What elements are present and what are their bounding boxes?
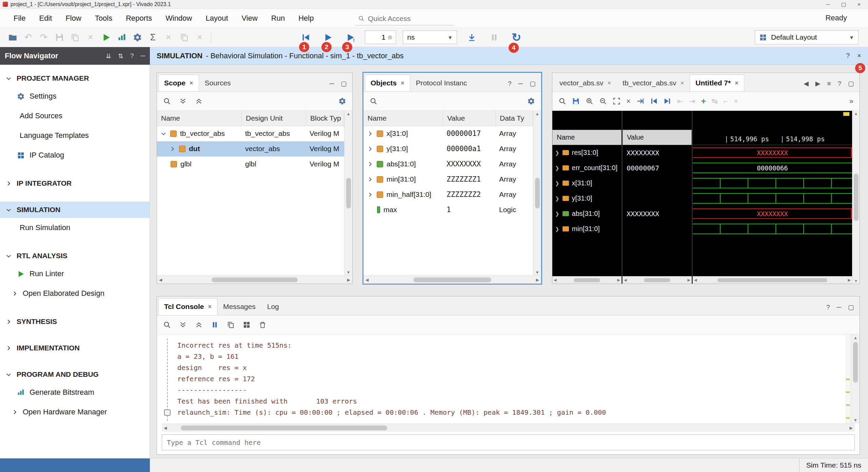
highlight-button[interactable]	[176, 29, 192, 45]
chevron-right-icon[interactable]	[367, 130, 373, 137]
chevron-right-icon[interactable]	[367, 161, 373, 167]
sidebar-item-ip-catalog[interactable]: IP Catalog	[0, 145, 150, 165]
chevron-right-icon[interactable]	[169, 146, 176, 152]
column-header-value[interactable]: Value	[443, 111, 496, 126]
time-unit-select[interactable]: ns ▼	[403, 30, 457, 44]
minimize-icon[interactable]: ─	[837, 304, 841, 311]
minimize-icon[interactable]: ─	[518, 80, 523, 87]
sidebar-item-settings[interactable]: Settings	[0, 86, 150, 106]
overflow-menu-icon[interactable]: »	[849, 97, 853, 106]
next-transition-icon[interactable]: ⇥	[689, 97, 695, 106]
tcl-command-field[interactable]	[162, 434, 855, 450]
menu-window[interactable]: Window	[159, 11, 198, 25]
go-to-end-icon[interactable]	[664, 97, 671, 105]
tab-scroll-right-icon[interactable]: ▶	[815, 80, 821, 87]
clear-console-icon[interactable]	[259, 321, 267, 329]
console-horizontal-scrollbar[interactable]: ◀▶	[162, 424, 855, 432]
wave-trace-min[interactable]	[693, 221, 852, 237]
collapse-all-icon[interactable]	[179, 97, 187, 105]
chevron-right-icon[interactable]	[367, 146, 373, 152]
zoom-fit-icon[interactable]	[613, 97, 620, 105]
pause-sim-button[interactable]	[486, 29, 502, 45]
wave-trace-res[interactable]: XXXXXXXX	[693, 145, 852, 160]
sim-time-field[interactable]: ⊗	[365, 30, 396, 44]
wave-trace-abs[interactable]: XXXXXXXX	[693, 206, 852, 221]
window-maximize-button[interactable]: ▢	[841, 1, 846, 7]
chevron-right-icon[interactable]	[367, 191, 373, 198]
close-sim-icon[interactable]: ×	[857, 52, 861, 60]
collapse-all-icon[interactable]: ⇊	[106, 52, 111, 60]
sidebar-item-add-sources[interactable]: Add Sources	[0, 106, 150, 126]
horizontal-scrollbar[interactable]: ◀▶	[157, 275, 352, 284]
horizontal-scrollbar[interactable]: ◀▶	[363, 275, 541, 284]
wave-signal-x[interactable]: ❯x[31:0]	[552, 176, 622, 191]
close-icon[interactable]: ×	[208, 303, 212, 310]
tcl-command-input[interactable]	[167, 438, 850, 447]
maximize-icon[interactable]: ▢	[530, 80, 536, 87]
close-icon[interactable]: ×	[608, 80, 611, 87]
go-to-start-icon[interactable]	[650, 97, 658, 105]
sim-time-input[interactable]	[368, 33, 386, 41]
tab-tb-vector-abs-sv[interactable]: tb_vector_abs.sv ×	[617, 75, 690, 91]
scope-row-dut[interactable]: dut vector_abs Verilog M	[157, 141, 344, 157]
chevron-right-icon[interactable]	[367, 176, 373, 183]
menu-reports[interactable]: Reports	[120, 11, 158, 25]
value-column-scrollbar[interactable]: ◀▶	[623, 276, 692, 284]
close-icon[interactable]: ×	[735, 80, 738, 87]
help-icon[interactable]: ?	[508, 80, 512, 87]
sidebar-item-open-hardware-manager[interactable]: Open Hardware Manager	[0, 402, 150, 422]
wave-signal-y[interactable]: ❯y[31:0]	[552, 191, 622, 206]
help-icon[interactable]: ?	[826, 304, 830, 311]
wave-value-header[interactable]: Value	[623, 130, 692, 145]
sidebar-item-language-templates[interactable]: Language Templates	[0, 126, 150, 145]
delete-button[interactable]: ×	[83, 29, 98, 45]
menu-file[interactable]: File	[7, 11, 32, 25]
maximize-icon[interactable]: ▢	[848, 80, 854, 87]
maximize-icon[interactable]: ▢	[341, 80, 347, 87]
close-icon[interactable]: ×	[401, 80, 405, 87]
wave-trace-x[interactable]	[693, 176, 852, 191]
chevron-down-icon[interactable]	[160, 130, 167, 137]
expand-all-icon[interactable]	[195, 97, 203, 105]
tab-tcl-console[interactable]: Tcl Console ×	[158, 298, 217, 315]
object-row-abs[interactable]: abs[31:0] XXXXXXXX Array	[363, 157, 533, 172]
quick-access-search[interactable]	[355, 12, 454, 25]
sidebar-item-generate-bitstream[interactable]: Generate Bitstream	[0, 383, 150, 402]
section-project-manager[interactable]: PROJECT MANAGER	[0, 70, 150, 86]
run-button[interactable]	[98, 29, 114, 45]
unmark-button[interactable]: ×	[192, 29, 208, 45]
wave-signal-err-count[interactable]: ❯err_count[31:0]	[552, 160, 622, 176]
tab-vector-abs-sv[interactable]: vector_abs.sv ×	[554, 75, 617, 91]
undo-button[interactable]: ↶	[20, 29, 36, 45]
copy-icon[interactable]	[227, 321, 235, 329]
wave-vertical-scrollbar[interactable]: ▲▼	[852, 111, 860, 284]
go-to-time-icon[interactable]	[636, 97, 644, 105]
column-header-data-type[interactable]: Data Ty	[496, 111, 533, 126]
save-icon[interactable]	[572, 97, 580, 105]
object-row-min[interactable]: min[31:0] ZZZZZZZ1 Array	[363, 172, 533, 187]
flow-steps-button[interactable]	[114, 29, 130, 45]
search-icon[interactable]	[370, 97, 377, 105]
layout-selector[interactable]: Default Layout ▼	[755, 30, 859, 44]
tab-scroll-left-icon[interactable]: ◀	[804, 80, 809, 87]
report-icon[interactable]	[243, 321, 251, 329]
gear-icon[interactable]	[527, 97, 535, 105]
tcl-console-output[interactable]: Incorrect res at time 515ns: a = 23, b =…	[157, 334, 845, 424]
sidebar-item-run-simulation[interactable]: Run Simulation	[0, 218, 150, 238]
section-synthesis[interactable]: SYNTHESIS	[0, 313, 150, 330]
settings-button[interactable]	[130, 29, 145, 45]
tab-protocol-instances[interactable]: Protocol Instanc	[410, 75, 473, 91]
window-minimize-button[interactable]: ─	[826, 1, 830, 7]
section-ip-integrator[interactable]: IP INTEGRATOR	[0, 175, 150, 191]
minimize-icon[interactable]: ─	[141, 52, 145, 60]
object-row-min-half[interactable]: min_half[31:0] ZZZZZZZ2 Array	[363, 187, 533, 202]
relaunch-sim-button[interactable]: ↻	[509, 29, 524, 45]
wave-horizontal-scrollbar[interactable]: ◀▶	[693, 276, 852, 284]
wave-signal-abs[interactable]: ❯abs[31:0]	[552, 206, 622, 221]
scope-row-glbl[interactable]: glbl glbl Verilog M	[157, 157, 344, 172]
collapse-all-icon[interactable]	[179, 321, 187, 329]
column-header-name[interactable]: Name	[363, 111, 443, 126]
object-row-x[interactable]: x[31:0] 00000017 Array	[363, 126, 533, 141]
menu-tools[interactable]: Tools	[89, 11, 118, 25]
search-icon[interactable]	[558, 97, 566, 105]
